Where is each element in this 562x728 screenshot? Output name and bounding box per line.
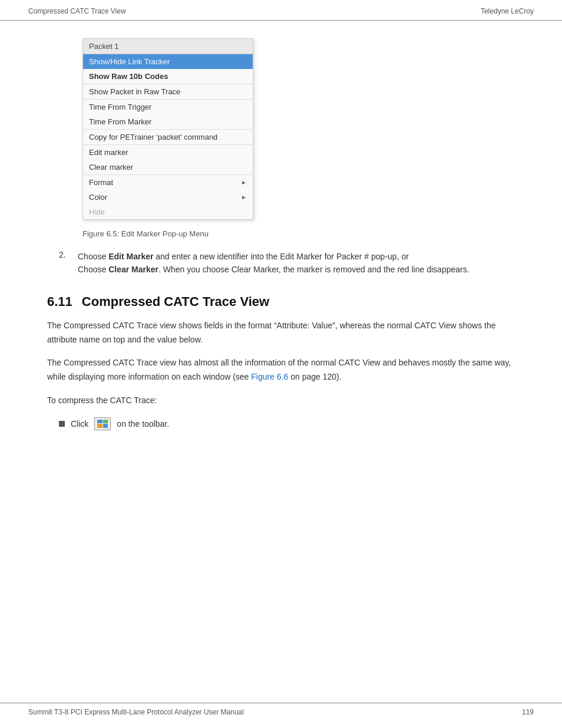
menu-item-copy-petrainer[interactable]: Copy for PETrainer 'packet' command <box>83 130 253 144</box>
menu-item-color[interactable]: Color ► <box>83 190 253 205</box>
menu-item-clear-marker[interactable]: Clear marker <box>83 160 253 174</box>
context-menu: Packet 1 Show/Hide Link Tracker Show Raw… <box>82 38 253 220</box>
icon-cell-br <box>103 424 108 428</box>
item-number: 2. <box>59 250 71 276</box>
footer-left: Summit T3-8 PCI Express Multi-Lane Proto… <box>28 708 244 716</box>
list-item-2: 2. Choose Edit Marker and enter a new id… <box>47 250 515 276</box>
figure-caption: Figure 6.5: Edit Marker Pop-up Menu <box>82 229 515 238</box>
bullet-text-click: Click <box>71 419 88 429</box>
body-para-2: The Compressed CATC Trace view has almos… <box>47 356 515 384</box>
header-right: Teledyne LeCroy <box>481 7 534 15</box>
menu-item-hide[interactable]: Hide <box>83 205 253 219</box>
color-arrow-icon: ► <box>241 194 247 200</box>
toolbar-compress-icon <box>94 417 111 430</box>
item-content: Choose Edit Marker and enter a new ident… <box>78 250 470 276</box>
menu-item-time-from-marker[interactable]: Time From Marker <box>83 114 253 129</box>
icon-cell-tr <box>103 420 108 424</box>
bullet-text-after: on the toolbar. <box>117 419 169 429</box>
body-para-3: To compress the CATC Trace: <box>47 394 515 408</box>
icon-cell-tl <box>97 420 103 424</box>
body-para-1: The Compressed CATC Trace view shows fie… <box>47 319 515 347</box>
menu-item-time-from-trigger[interactable]: Time From Trigger <box>83 100 253 114</box>
section-number: 6.11 <box>47 294 72 309</box>
context-menu-container: Packet 1 Show/Hide Link Tracker Show Raw… <box>82 38 515 220</box>
menu-item-format[interactable]: Format ► <box>83 175 253 190</box>
menu-item-show-raw-10b[interactable]: Show Raw 10b Codes <box>83 69 253 84</box>
page-footer: Summit T3-8 PCI Express Multi-Lane Proto… <box>0 703 562 716</box>
menu-item-show-hide-tracker[interactable]: Show/Hide Link Tracker <box>83 54 253 69</box>
header-left: Compressed CATC Trace View <box>28 7 126 15</box>
page-ref: 120 <box>323 372 336 381</box>
menu-item-show-packet-raw-trace[interactable]: Show Packet in Raw Trace <box>83 84 253 99</box>
menu-item-edit-marker[interactable]: Edit marker <box>83 145 253 160</box>
footer-right: 119 <box>522 708 534 716</box>
page-header: Compressed CATC Trace View Teledyne LeCr… <box>0 0 562 21</box>
bullet-row: Click on the toolbar. <box>59 417 515 430</box>
format-arrow-icon: ► <box>241 179 247 186</box>
section-title: Compressed CATC Trace View <box>82 294 269 309</box>
bullet-section: Click on the toolbar. <box>47 417 515 430</box>
section-heading: 6.11 Compressed CATC Trace View <box>47 294 515 309</box>
menu-title: Packet 1 <box>83 39 253 54</box>
bullet-icon <box>59 421 65 427</box>
figure-link[interactable]: Figure 6.6 <box>251 372 288 381</box>
page-content: Packet 1 Show/Hide Link Tracker Show Raw… <box>0 21 562 466</box>
icon-cell-bl <box>97 424 103 428</box>
